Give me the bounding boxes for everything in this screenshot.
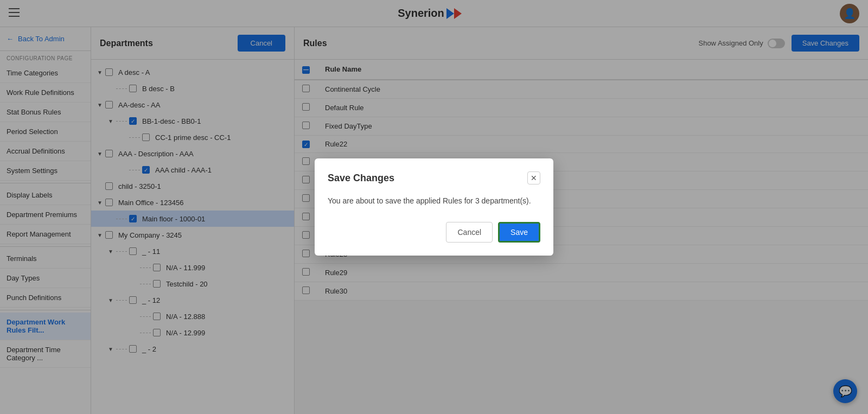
modal-title: Save Changes	[328, 173, 394, 184]
modal-footer: Cancel Save	[328, 222, 540, 243]
modal-overlay: Save Changes ✕ You are about to save the…	[0, 0, 868, 414]
save-changes-modal: Save Changes ✕ You are about to save the…	[315, 158, 553, 256]
modal-close-button[interactable]: ✕	[527, 171, 540, 184]
modal-body: You are about to save the applied Rules …	[328, 195, 540, 207]
modal-save-button[interactable]: Save	[498, 222, 540, 243]
modal-cancel-button[interactable]: Cancel	[446, 222, 493, 243]
modal-header: Save Changes ✕	[328, 171, 540, 184]
